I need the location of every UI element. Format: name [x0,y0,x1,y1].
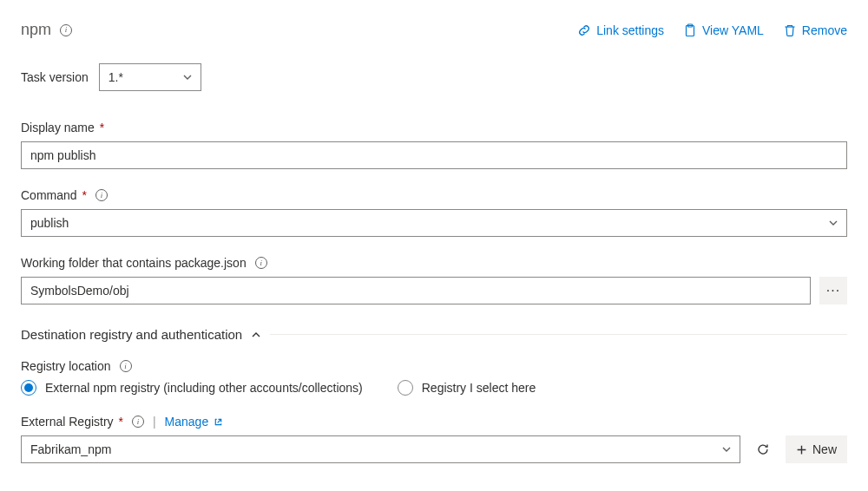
radio-select-here[interactable]: Registry I select here [398,380,536,396]
view-yaml-button[interactable]: View YAML [683,23,764,37]
command-field: Command * i publish [21,188,847,237]
task-header: npm i Link settings View YAML Remove [21,21,847,39]
radio-external-label: External npm registry (including other a… [45,381,363,395]
refresh-button[interactable] [749,435,777,463]
radio-external-registry[interactable]: External npm registry (including other a… [21,380,363,396]
header-actions: Link settings View YAML Remove [577,23,847,37]
trash-icon [783,23,797,37]
registry-location-radio-group: External npm registry (including other a… [21,380,847,396]
radio-circle-icon [398,380,413,396]
registry-location-label-row: Registry location i [21,359,847,373]
working-folder-input[interactable] [21,277,811,304]
required-asterisk: * [96,121,104,134]
required-asterisk: * [115,415,123,429]
command-select[interactable]: publish [21,209,847,237]
radio-dot-icon [24,383,33,392]
display-name-label-row: Display name * [21,121,847,134]
ellipsis-icon: ··· [826,283,840,298]
external-registry-field: External Registry * i | Manage Fabrikam_… [21,415,847,463]
external-registry-label-text: External Registry [21,415,114,429]
display-name-input[interactable] [21,141,847,169]
new-button[interactable]: New [786,435,847,463]
task-title: npm [21,21,51,39]
manage-link-text: Manage [165,415,209,429]
new-button-label: New [812,442,837,456]
working-folder-label: Working folder that contains package.jso… [21,256,247,270]
view-yaml-label: View YAML [702,23,764,37]
refresh-icon [756,442,770,456]
working-folder-label-row: Working folder that contains package.jso… [21,256,847,270]
task-version-row: Task version 1.* [21,63,847,91]
section-header[interactable]: Destination registry and authentication [21,327,847,342]
external-registry-label-row: External Registry * i | Manage [21,415,847,429]
display-name-label: Display name * [21,121,104,134]
command-label-row: Command * i [21,188,847,202]
required-asterisk: * [79,188,87,202]
clipboard-icon [683,23,697,37]
external-registry-select-wrap: Fabrikam_npm [21,435,740,463]
external-link-icon [214,417,223,427]
browse-button[interactable]: ··· [819,277,847,304]
plus-icon [796,444,807,455]
registry-location-label: Registry location [21,359,111,373]
link-icon [577,23,591,37]
manage-link[interactable]: Manage [165,415,224,429]
info-icon[interactable]: i [95,189,108,201]
radio-select-here-label: Registry I select here [422,381,536,395]
display-name-label-text: Display name [21,121,95,134]
command-label: Command * [21,188,87,202]
working-folder-input-row: ··· [21,277,847,304]
info-icon[interactable]: i [120,360,132,372]
command-label-text: Command [21,188,77,202]
remove-button[interactable]: Remove [783,23,847,37]
external-registry-label: External Registry * [21,415,123,429]
external-registry-input-row: Fabrikam_npm New [21,435,847,463]
link-settings-button[interactable]: Link settings [577,23,664,37]
remove-label: Remove [802,23,847,37]
link-settings-label: Link settings [596,23,664,37]
header-left: npm i [21,21,72,39]
section-title: Destination registry and authentication [21,327,242,342]
chevron-up-icon [251,330,261,340]
info-icon[interactable]: i [60,24,72,36]
external-registry-select[interactable]: Fabrikam_npm [21,435,740,463]
divider-pipe: | [153,415,156,429]
info-icon[interactable]: i [255,257,267,269]
task-version-label: Task version [21,70,89,84]
task-version-select-wrap: 1.* [99,63,201,91]
radio-circle-icon [21,380,36,396]
working-folder-field: Working folder that contains package.jso… [21,256,847,304]
display-name-field: Display name * [21,121,847,169]
section-divider [270,334,847,335]
command-select-wrap: publish [21,209,847,237]
registry-location-field: Registry location i External npm registr… [21,359,847,396]
task-version-select[interactable]: 1.* [99,63,201,91]
info-icon[interactable]: i [132,416,144,428]
